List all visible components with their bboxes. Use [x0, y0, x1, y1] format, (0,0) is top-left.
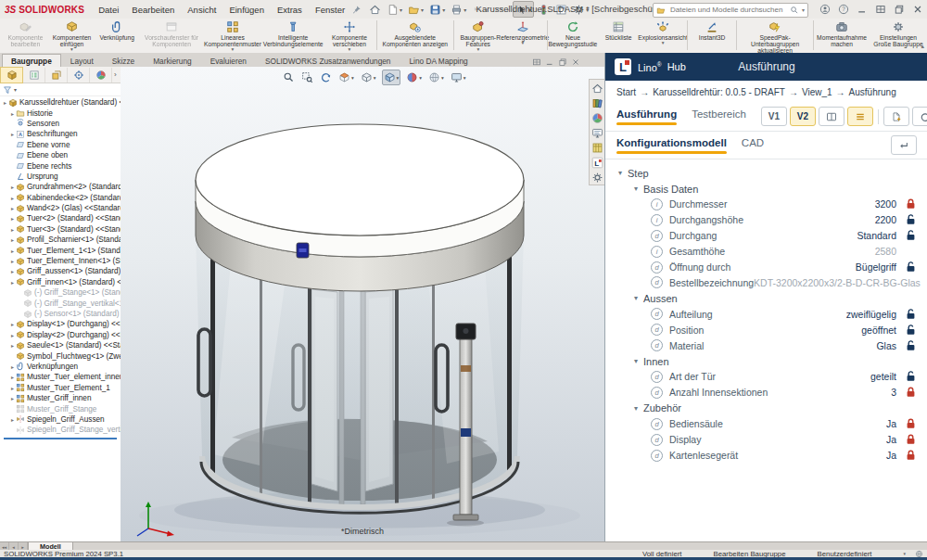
parameter-value[interactable]: 3 — [891, 387, 896, 398]
tree-item[interactable]: ▸Grundrahmen<2> (Standard) <<Sta — [0, 182, 121, 192]
tree-expand-icon[interactable]: ▸ — [9, 226, 16, 233]
appearance-button[interactable]: ▾ — [405, 70, 423, 84]
tree-item[interactable]: ▸Display<1> (Durchgang) <<Standar — [0, 319, 121, 329]
lino-subtab-konfigurationsmodell[interactable]: Konfigurationsmodell — [616, 132, 727, 159]
tree-item[interactable]: Ebene oben — [0, 150, 121, 160]
tree-item[interactable]: (-) Griff_Stange_vertikal<1> (Standa — [0, 298, 121, 308]
taskpane-pack-and-go-tab[interactable] — [591, 141, 603, 153]
tree-expand-icon[interactable]: ▸ — [9, 195, 16, 201]
display-settings-button[interactable]: ▾ — [450, 70, 467, 84]
tab-solidworks-zusatzanwendungen[interactable]: SOLIDWORKS Zusatzanwendungen — [256, 54, 400, 67]
tree-item[interactable]: ▸Kabinendecke<2> (Standard) <<Sta — [0, 193, 121, 203]
breadcrumb-item[interactable]: Ausführung — [849, 87, 896, 97]
view-orientation-button[interactable]: ▾ — [382, 70, 401, 85]
tree-item[interactable]: Ebene rechts — [0, 160, 121, 171]
tree-expand-icon[interactable]: ▸ — [9, 110, 16, 117]
parameter-value[interactable]: geöffnet — [861, 325, 896, 336]
menu-einfügen[interactable]: Einfügen — [222, 3, 271, 17]
search-input[interactable] — [668, 5, 787, 15]
lock-open-navy[interactable] — [906, 214, 916, 225]
tree-item[interactable]: Symbol_Fluchtweg<1> (Zweifach_F — [0, 350, 121, 361]
tree-item[interactable]: Spiegeln_Griff_Stange_vertikal — [0, 425, 121, 435]
lock-open-navy[interactable] — [906, 371, 916, 382]
ribbon-komponenten-einfügen[interactable]: Komponenten einfügen▾ — [49, 19, 95, 53]
lock-closed-red[interactable] — [906, 387, 916, 398]
breadcrumb-item[interactable]: Start — [616, 87, 636, 97]
tree-item[interactable]: ▸Tuer<3> (Standard) <<Standard>_A — [0, 224, 121, 235]
tab-baugruppe[interactable]: Baugruppe — [2, 54, 61, 67]
layout-button[interactable] — [871, 1, 890, 18]
tree-item[interactable]: ▸Muster_Tuer_Element_1 — [0, 383, 121, 393]
parameter-value[interactable]: Ja — [886, 450, 896, 461]
tree-item[interactable]: Ursprung — [0, 172, 121, 182]
tree-item[interactable]: Muster_Griff_Stange — [0, 403, 121, 414]
restore-button[interactable] — [890, 1, 908, 18]
lock-open-navy[interactable] — [906, 309, 916, 320]
ribbon-komponente-verschieben[interactable]: Komponente verschieben▾ — [324, 19, 375, 53]
taskpane-settings-gear-tab[interactable] — [591, 171, 603, 183]
ribbon-instant3d[interactable]: Instant3D — [690, 19, 734, 53]
breadcrumb-item[interactable]: Karusselldrehtür: 0.0.5 - DRAFT — [653, 87, 785, 97]
collapse-caret-icon[interactable]: ▾ — [634, 357, 643, 365]
feature-pane-appearances-wheel-tab[interactable] — [90, 68, 112, 83]
ribbon-collapse-icon[interactable]: ▴ — [921, 43, 924, 50]
feature-pane-property-manager-tab[interactable] — [23, 68, 45, 83]
zoom-area-button[interactable] — [300, 70, 314, 84]
version-2-button[interactable]: V2 — [790, 107, 816, 126]
menu-fenster[interactable]: Fenster — [309, 3, 351, 17]
parameter-value[interactable]: Glas — [876, 340, 896, 351]
ribbon-baugruppen-features[interactable]: Baugruppen-Features▾ — [456, 19, 501, 53]
lino-tab-testbereich[interactable]: Testbereich — [692, 102, 746, 131]
lock-open-navy[interactable] — [906, 230, 916, 241]
tree-expand-icon[interactable]: ▸ — [9, 342, 16, 349]
ribbon-momentaufnahme-machen[interactable]: Momentaufnahme machen — [816, 19, 868, 53]
lock-closed-red[interactable] — [906, 434, 916, 445]
tree-item[interactable]: ▸Muster_Tuer_element_innen — [0, 372, 121, 382]
tree-expand-icon[interactable]: ▸ — [9, 258, 16, 264]
menu-extras[interactable]: Extras — [271, 3, 309, 17]
parameter-value[interactable]: Ja — [886, 434, 896, 445]
tree-item[interactable]: ▸Tuer_Element_Innen<1> (Standard) — [0, 256, 121, 266]
taskpane-lino-hub-tab[interactable]: L — [591, 156, 603, 168]
tree-item[interactable]: ▸Profil_Scharnier<1> (Standard) <<St — [0, 235, 121, 245]
lino-tab-ausführung[interactable]: Ausführung — [616, 102, 677, 131]
tree-expand-icon[interactable]: ▸ — [9, 332, 16, 338]
tree-expand-icon[interactable]: ▸ — [9, 268, 16, 274]
ribbon-einstellungen-große-baugruppe[interactable]: Einstellungen Große Baugruppe — [868, 19, 927, 53]
new-configuration-icon[interactable] — [883, 107, 909, 126]
tree-expand-icon[interactable]: ▸ — [9, 205, 16, 211]
lock-closed-red[interactable] — [906, 450, 916, 461]
lino-subtab-cad[interactable]: CAD — [742, 132, 764, 159]
breadcrumb-item[interactable]: View_1 — [802, 87, 832, 97]
user-button[interactable] — [816, 1, 834, 18]
collapse-caret-icon[interactable]: ▾ — [618, 169, 628, 177]
panel-collapse-button[interactable] — [891, 135, 917, 155]
tree-item[interactable]: ▸Spiegeln_Griff_Aussen — [0, 414, 121, 425]
parameter-value[interactable]: KDT-3200x2200x3/2-B-D-CR-BG-Glas — [754, 277, 921, 288]
ribbon-speedpak-unterbaugruppen-aktualisieren[interactable]: SpeedPak-Unterbaugruppen aktualisieren — [739, 19, 811, 53]
tree-filter[interactable]: ▾ — [0, 83, 121, 96]
tree-item[interactable]: (-) Sensor<1> (Standard) — [0, 309, 121, 319]
tree-expand-icon[interactable]: ▸ — [9, 374, 16, 380]
pin-icon[interactable] — [351, 5, 362, 15]
zoom-fit-button[interactable] — [282, 70, 296, 84]
taskpane-appearances-wheel-tab[interactable] — [591, 111, 603, 123]
collapse-caret-icon[interactable]: ▾ — [634, 404, 643, 413]
tree-expand-icon[interactable]: ▸ — [9, 236, 16, 243]
refresh-icon[interactable] — [912, 107, 927, 126]
tree-expand-icon[interactable]: ▸ — [9, 279, 16, 286]
display-style-button[interactable]: ▾ — [360, 70, 377, 84]
ribbon-referenzgeometrie[interactable]: Referenzgeometrie▾ — [501, 19, 545, 53]
search-icon[interactable] — [790, 6, 799, 15]
viewport-3d-model[interactable] — [121, 67, 604, 541]
taskpane-home-tab[interactable] — [591, 82, 603, 94]
previous-view-button[interactable] — [319, 70, 333, 84]
close-button[interactable] — [908, 1, 927, 18]
tree-item[interactable]: ▸Griff_innen<1> (Standard) <<Stand — [0, 277, 121, 287]
graphics-viewport[interactable]: ▾▾▾▾▾▾ L *Dimetrisch — [121, 67, 604, 541]
tree-item[interactable]: (-) Griff_Stange<1> (Standard) — [0, 287, 121, 298]
tree-item[interactable]: ▸Tuer_Element_1<1> (Standard) <<St — [0, 245, 121, 255]
parameter-value[interactable]: zweiflügelig — [846, 309, 896, 320]
tree-item[interactable]: Sensoren — [0, 119, 121, 129]
tab-layout[interactable]: Layout — [61, 54, 103, 67]
